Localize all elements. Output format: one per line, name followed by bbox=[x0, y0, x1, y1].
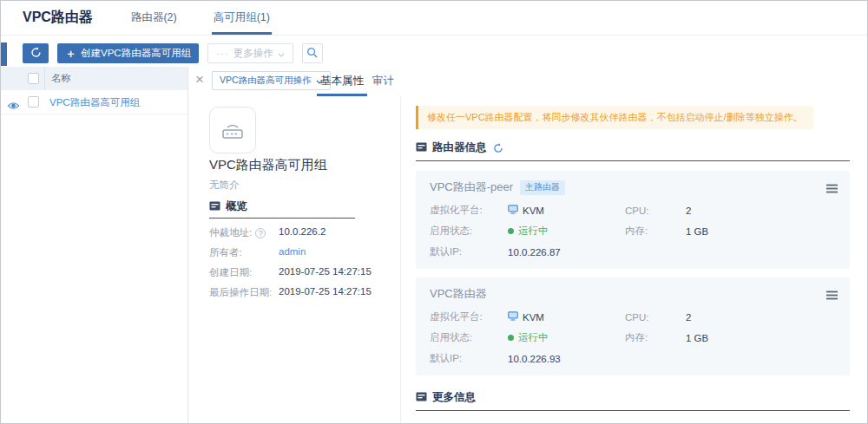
tab-audit[interactable]: 审计 bbox=[372, 67, 394, 96]
refresh-icon bbox=[30, 47, 42, 60]
memory-label: 内存: bbox=[625, 331, 686, 344]
help-icon[interactable] bbox=[255, 228, 266, 238]
status-badge: 运行中 bbox=[518, 331, 549, 344]
last-op-date-value: 2019-07-25 14:27:15 bbox=[279, 286, 372, 299]
owner-label: 所有者: bbox=[209, 246, 279, 259]
create-date-value: 2019-07-25 14:27:15 bbox=[279, 266, 372, 279]
memory-label: 内存: bbox=[625, 225, 686, 238]
router-card-title: VPC路由器-peer bbox=[430, 179, 513, 195]
detail-title: VPC路由器高可用组 bbox=[209, 157, 327, 173]
arbiter-address-value: 10.0.226.2 bbox=[279, 226, 326, 239]
field-owner: 所有者: admin bbox=[209, 246, 306, 259]
chevron-down-icon bbox=[278, 49, 285, 59]
state-label: 启用状态: bbox=[430, 331, 508, 344]
hypervisor-icon bbox=[508, 311, 518, 323]
list-header: 名称 bbox=[1, 67, 187, 90]
more-info-section-heading: 更多信息 bbox=[416, 390, 850, 405]
table-row[interactable]: VPC路由器高可用组 bbox=[1, 90, 187, 114]
overview-section-heading: 概览 bbox=[209, 199, 247, 214]
ha-group-list: 名称 VPC路由器高可用组 bbox=[1, 67, 188, 423]
create-ha-group-button[interactable]: ＋ 创建VPC路由器高可用组 bbox=[57, 43, 199, 63]
cpu-value: 2 bbox=[686, 205, 836, 216]
cpu-label: CPU: bbox=[625, 312, 686, 323]
router-card: VPC路由器 虚拟化平台: KVM CPU: 2 启用状态: 运行中 内存: bbox=[416, 277, 850, 375]
hypervisor-icon bbox=[508, 205, 518, 216]
router-card-title: VPC路由器 bbox=[430, 286, 487, 302]
detail-description: 无简介 bbox=[209, 179, 240, 192]
more-info-rule bbox=[416, 410, 850, 411]
field-arbiter-address: 仲裁地址: 10.0.226.2 bbox=[209, 226, 326, 239]
actions-dropdown-label: VPC路由器高可用操作 bbox=[220, 75, 312, 87]
default-ip-value: 10.0.226.87 bbox=[508, 247, 625, 258]
detail-summary-column: VPC路由器高可用组 无简介 概览 仲裁地址: 10.0.226.2 所有者: … bbox=[188, 96, 400, 423]
name-column-header: 名称 bbox=[44, 67, 71, 90]
platform-text: KVM bbox=[523, 312, 544, 323]
eye-icon[interactable] bbox=[7, 98, 20, 114]
actions-dropdown[interactable]: VPC路由器高可用操作 bbox=[212, 71, 331, 90]
more-info-heading-label: 更多信息 bbox=[432, 390, 476, 405]
detail-content-column: 修改任一VPC路由器配置，将同步修改其伙伴路由器，不包括启动停止/删除等独立操作… bbox=[401, 96, 867, 423]
toolbar-left-accent bbox=[1, 42, 7, 66]
uuid-value: e367e3e0b9ac4c7b96dec94e65bd4ee9 bbox=[485, 422, 661, 423]
page-header: VPC路由器 路由器(2) 高可用组(1) bbox=[1, 1, 867, 36]
platform-label: 虚拟化平台: bbox=[430, 204, 508, 217]
close-icon[interactable]: × bbox=[195, 70, 204, 89]
platform-value: KVM bbox=[508, 311, 625, 323]
field-create-date: 创建日期: 2019-07-25 14:27:15 bbox=[209, 266, 372, 279]
refresh-button[interactable] bbox=[23, 43, 49, 63]
default-ip-label: 默认IP: bbox=[430, 245, 508, 258]
tab-routers[interactable]: 路由器(2) bbox=[129, 1, 179, 35]
vpc-router-page: VPC路由器 路由器(2) 高可用组(1) ＋ 创建VPC路由器高可用组 更多操… bbox=[0, 0, 868, 424]
warning-banner: 修改任一VPC路由器配置，将同步修改其伙伴路由器，不包括启动停止/删除等独立操作… bbox=[416, 106, 813, 129]
overview-rule bbox=[209, 218, 355, 219]
select-all-checkbox[interactable] bbox=[28, 73, 39, 84]
status-dot bbox=[508, 335, 514, 341]
plus-icon: ＋ bbox=[65, 46, 76, 62]
default-ip-label: 默认IP: bbox=[430, 352, 508, 365]
create-date-label: 创建日期: bbox=[209, 266, 279, 279]
more-actions-label: 更多操作 bbox=[233, 47, 273, 60]
section-icon bbox=[416, 391, 427, 405]
section-icon bbox=[209, 200, 220, 214]
overview-heading-label: 概览 bbox=[226, 199, 247, 214]
arbiter-address-label: 仲裁地址: bbox=[209, 226, 252, 239]
owner-link[interactable]: admin bbox=[279, 246, 306, 259]
ha-group-icon bbox=[209, 107, 256, 153]
detail-panel: × VPC路由器高可用操作 基本属性 审计 VPC路由器高可用组 bbox=[188, 67, 867, 423]
state-label: 启用状态: bbox=[430, 225, 508, 238]
cpu-value: 2 bbox=[686, 312, 836, 323]
tab-ha-groups[interactable]: 高可用组(1) bbox=[212, 1, 272, 35]
router-card-peer: VPC路由器-peer 主路由器 虚拟化平台: KVM CPU: 2 启用状态:… bbox=[416, 171, 850, 269]
last-op-date-label: 最后操作日期: bbox=[209, 286, 279, 299]
default-ip-value: 10.0.226.93 bbox=[508, 354, 625, 364]
detail-header: × VPC路由器高可用操作 基本属性 审计 bbox=[188, 67, 867, 96]
platform-value: KVM bbox=[508, 205, 625, 216]
card-menu-icon[interactable] bbox=[826, 288, 838, 303]
uuid-label: UUID: bbox=[416, 422, 485, 423]
toolbar: ＋ 创建VPC路由器高可用组 更多操作 bbox=[23, 43, 323, 63]
router-info-section-heading: 路由器信息 bbox=[416, 140, 850, 155]
tab-basic-properties[interactable]: 基本属性 bbox=[320, 67, 364, 96]
row-checkbox[interactable] bbox=[28, 96, 39, 108]
section-icon bbox=[416, 141, 427, 155]
field-uuid: UUID: e367e3e0b9ac4c7b96dec94e65bd4ee9 bbox=[416, 422, 850, 423]
create-ha-group-label: 创建VPC路由器高可用组 bbox=[81, 47, 191, 60]
search-button[interactable] bbox=[302, 43, 323, 63]
memory-value: 1 GB bbox=[686, 333, 836, 343]
refresh-router-info-icon[interactable] bbox=[493, 143, 503, 153]
page-title: VPC路由器 bbox=[23, 9, 93, 27]
platform-text: KVM bbox=[523, 205, 544, 216]
router-info-rule bbox=[416, 160, 850, 161]
ha-group-name-link[interactable]: VPC路由器高可用组 bbox=[49, 90, 140, 114]
platform-label: 虚拟化平台: bbox=[430, 310, 508, 323]
status-badge: 运行中 bbox=[518, 225, 549, 238]
cpu-label: CPU: bbox=[625, 205, 686, 216]
more-actions-button[interactable]: 更多操作 bbox=[207, 43, 293, 63]
header-tabs: 路由器(2) 高可用组(1) bbox=[129, 1, 305, 35]
search-icon bbox=[306, 47, 318, 60]
field-last-op-date: 最后操作日期: 2019-07-25 14:27:15 bbox=[209, 286, 372, 299]
memory-value: 1 GB bbox=[686, 226, 836, 237]
status-dot bbox=[508, 228, 514, 234]
card-menu-icon[interactable] bbox=[826, 181, 838, 197]
router-info-heading-label: 路由器信息 bbox=[432, 140, 487, 155]
